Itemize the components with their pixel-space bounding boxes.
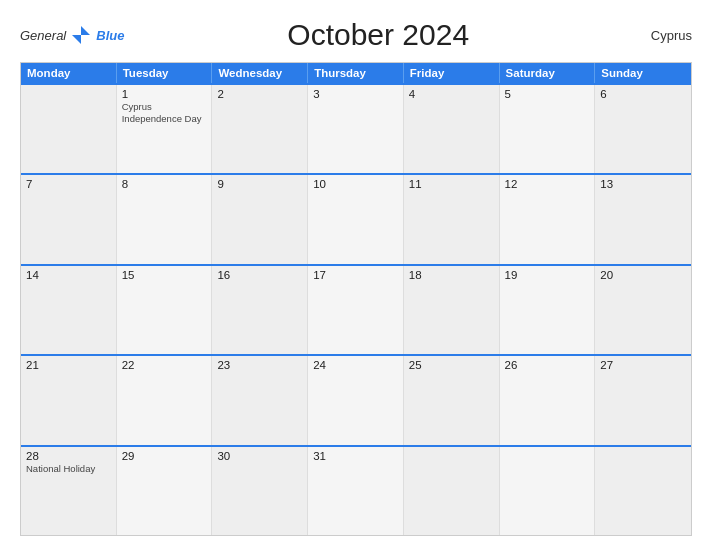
header-saturday: Saturday [500,63,596,83]
cal-cell: 8 [117,175,213,263]
header-tuesday: Tuesday [117,63,213,83]
cal-cell: 11 [404,175,500,263]
logo-blue-text: Blue [96,28,124,43]
cal-cell: 10 [308,175,404,263]
day-number: 4 [409,88,494,100]
day-number: 14 [26,269,111,281]
country-name: Cyprus [632,28,692,43]
calendar-header-row: Monday Tuesday Wednesday Thursday Friday… [21,63,691,83]
svg-marker-0 [81,26,90,35]
holiday-label: Cyprus Independence Day [122,101,207,126]
logo-general-text: General [20,28,66,43]
cal-cell: 29 [117,447,213,535]
day-number: 11 [409,178,494,190]
day-number: 7 [26,178,111,190]
cal-cell: 23 [212,356,308,444]
day-number: 21 [26,359,111,371]
header-thursday: Thursday [308,63,404,83]
header-monday: Monday [21,63,117,83]
cal-cell: 27 [595,356,691,444]
day-number: 5 [505,88,590,100]
cal-cell: 25 [404,356,500,444]
cal-cell: 22 [117,356,213,444]
day-number: 10 [313,178,398,190]
day-number: 24 [313,359,398,371]
day-number: 15 [122,269,207,281]
calendar-body: 1Cyprus Independence Day2345678910111213… [21,83,691,535]
day-number: 6 [600,88,686,100]
cal-cell: 18 [404,266,500,354]
cal-cell: 6 [595,85,691,173]
cal-cell [21,85,117,173]
cal-cell: 20 [595,266,691,354]
header-sunday: Sunday [595,63,691,83]
calendar-week-3: 14151617181920 [21,264,691,354]
day-number: 22 [122,359,207,371]
day-number: 19 [505,269,590,281]
day-number: 17 [313,269,398,281]
day-number: 9 [217,178,302,190]
cal-cell: 5 [500,85,596,173]
cal-cell: 16 [212,266,308,354]
day-number: 29 [122,450,207,462]
cal-cell: 15 [117,266,213,354]
day-number: 1 [122,88,207,100]
calendar-week-1: 1Cyprus Independence Day23456 [21,83,691,173]
cal-cell: 30 [212,447,308,535]
logo-flag-icon [70,24,92,46]
cal-cell: 26 [500,356,596,444]
calendar-week-4: 21222324252627 [21,354,691,444]
holiday-label: National Holiday [26,463,111,475]
month-title: October 2024 [124,18,632,52]
day-number: 8 [122,178,207,190]
cal-cell: 21 [21,356,117,444]
day-number: 13 [600,178,686,190]
cal-cell [500,447,596,535]
day-number: 30 [217,450,302,462]
day-number: 26 [505,359,590,371]
cal-cell: 14 [21,266,117,354]
cal-cell: 9 [212,175,308,263]
day-number: 28 [26,450,111,462]
day-number: 25 [409,359,494,371]
cal-cell: 31 [308,447,404,535]
header-friday: Friday [404,63,500,83]
day-number: 23 [217,359,302,371]
cal-cell [595,447,691,535]
day-number: 31 [313,450,398,462]
cal-cell: 7 [21,175,117,263]
cal-cell: 24 [308,356,404,444]
day-number: 27 [600,359,686,371]
cal-cell: 19 [500,266,596,354]
day-number: 20 [600,269,686,281]
day-number: 3 [313,88,398,100]
day-number: 12 [505,178,590,190]
cal-cell: 17 [308,266,404,354]
calendar-grid: Monday Tuesday Wednesday Thursday Friday… [20,62,692,536]
calendar-page: General Blue October 2024 Cyprus Monday … [0,0,712,550]
cal-cell [404,447,500,535]
day-number: 2 [217,88,302,100]
cal-cell: 4 [404,85,500,173]
cal-cell: 12 [500,175,596,263]
logo: General Blue [20,24,124,46]
cal-cell: 2 [212,85,308,173]
header-wednesday: Wednesday [212,63,308,83]
day-number: 18 [409,269,494,281]
svg-marker-1 [72,35,81,44]
calendar-week-5: 28National Holiday293031 [21,445,691,535]
cal-cell: 1Cyprus Independence Day [117,85,213,173]
day-number: 16 [217,269,302,281]
cal-cell: 13 [595,175,691,263]
calendar-week-2: 78910111213 [21,173,691,263]
cal-cell: 28National Holiday [21,447,117,535]
header: General Blue October 2024 Cyprus [20,18,692,52]
cal-cell: 3 [308,85,404,173]
